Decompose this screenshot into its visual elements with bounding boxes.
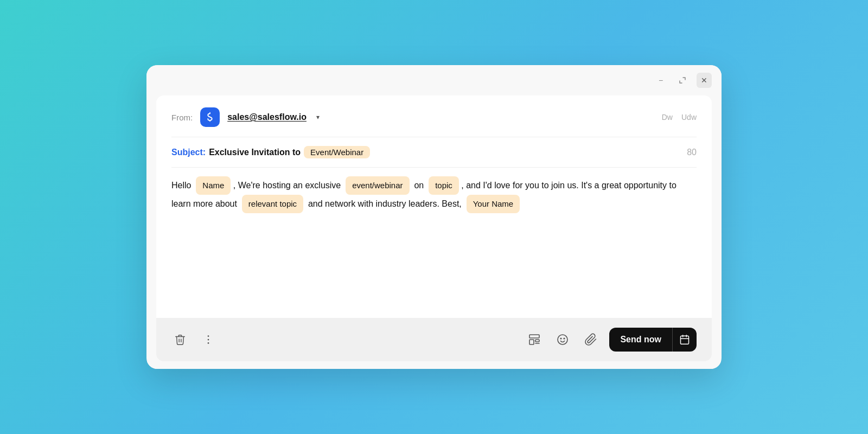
body-your-name-tag: Your Name (467, 195, 520, 213)
subject-score: 80 (687, 148, 697, 157)
subject-content: Subject: Exclusive Invitation to Event/W… (171, 146, 370, 158)
footer-left-actions (171, 331, 217, 348)
svg-rect-6 (529, 340, 534, 344)
body-hello: Hello (171, 181, 191, 190)
email-composer-window: − ✕ From: sale (146, 65, 722, 369)
sender-email[interactable]: sales@salesflow.io (227, 112, 307, 122)
salesflow-icon (205, 112, 215, 123)
dw-label: Dw (662, 113, 673, 122)
from-label: From: (171, 113, 193, 122)
body-paragraph: Hello Name , We're hosting an exclusive … (171, 176, 697, 213)
sender-dropdown-arrow[interactable]: ▾ (316, 113, 320, 121)
template-button[interactable] (525, 330, 544, 349)
schedule-send-button[interactable] (673, 328, 697, 352)
expand-icon (679, 76, 686, 84)
titlebar: − ✕ (146, 65, 722, 88)
paperclip-icon (584, 333, 597, 346)
trash-icon (174, 334, 186, 346)
subject-label: Subject: (171, 148, 206, 157)
sender-avatar (200, 107, 220, 127)
svg-point-4 (208, 342, 209, 344)
email-footer: Send now (156, 318, 712, 361)
email-body: Hello Name , We're hosting an exclusive … (156, 168, 712, 318)
calendar-icon (679, 334, 690, 345)
expand-button[interactable] (675, 73, 690, 88)
svg-point-2 (208, 335, 209, 337)
more-dots-icon (202, 334, 214, 346)
emoji-icon (556, 333, 569, 346)
svg-point-3 (208, 339, 209, 341)
from-actions: Dw Udw (662, 113, 697, 122)
subject-event-tag: Event/Webinar (304, 146, 370, 158)
emoji-button[interactable] (553, 330, 572, 349)
subject-row: Subject: Exclusive Invitation to Event/W… (156, 137, 712, 167)
svg-point-10 (561, 338, 562, 339)
send-now-label: Send now (609, 335, 672, 344)
body-event-tag: event/webinar (346, 176, 409, 195)
footer-right-actions: Send now (525, 328, 697, 352)
attachment-button[interactable] (581, 330, 601, 349)
body-topic-tag: topic (429, 176, 459, 195)
subject-text-before: Exclusive Invitation to (209, 148, 301, 157)
minimize-button[interactable]: − (653, 73, 668, 88)
from-left: From: sales@salesflow.io ▾ (171, 107, 320, 127)
delete-button[interactable] (171, 331, 189, 348)
udw-label: Udw (681, 113, 697, 122)
body-text2: on (414, 181, 424, 190)
body-name-tag: Name (196, 176, 231, 195)
send-now-button[interactable]: Send now (609, 328, 697, 352)
window-bottom-padding (146, 361, 722, 369)
body-text1: , We're hosting an exclusive (233, 181, 341, 190)
svg-rect-12 (681, 336, 689, 344)
svg-point-11 (564, 338, 565, 339)
svg-rect-7 (535, 340, 539, 342)
from-row: From: sales@salesflow.io ▾ Dw Udw (156, 95, 712, 137)
svg-point-9 (558, 335, 567, 344)
more-options-button[interactable] (200, 331, 217, 348)
template-icon (528, 333, 541, 346)
close-button[interactable]: ✕ (697, 73, 712, 88)
body-text4: and network with industry leaders. Best, (308, 199, 462, 208)
svg-rect-5 (529, 335, 539, 338)
body-relevant-topic-tag: relevant topic (242, 195, 303, 213)
email-content-area: From: sales@salesflow.io ▾ Dw Udw (156, 95, 712, 318)
